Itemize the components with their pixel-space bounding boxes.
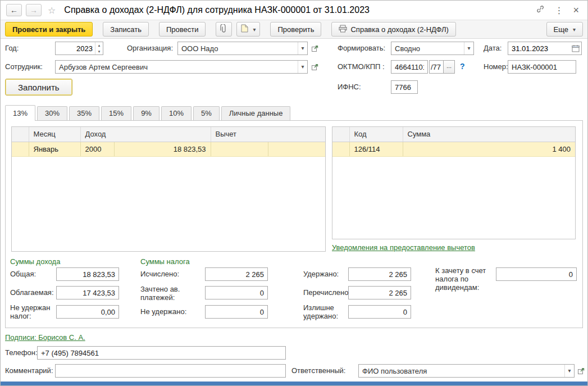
- check-button[interactable]: Проверить: [270, 22, 321, 37]
- tab-5-percent[interactable]: 5%: [193, 106, 220, 120]
- income-month-cell[interactable]: Январь: [29, 142, 80, 156]
- income-tax-not-withheld-label: Не удержан налог:: [10, 303, 54, 320]
- signatures-link[interactable]: Подписи: Борисов С. А.: [5, 333, 85, 342]
- spin-down-icon[interactable]: ▾: [95, 48, 103, 55]
- attachments-button[interactable]: [216, 22, 232, 37]
- deductions-table-row[interactable]: 126/114 1 400: [332, 142, 575, 156]
- taxable-income-input[interactable]: [56, 286, 119, 299]
- deduction-notifications-link[interactable]: Уведомления на предоставление вычетов: [332, 243, 475, 252]
- income-deduction-header: Вычет: [211, 127, 325, 142]
- responsible-combobox[interactable]: ФИО пользователя ▾: [358, 364, 575, 378]
- tax-withheld-input[interactable]: [348, 267, 411, 281]
- responsible-dropdown-icon[interactable]: ▾: [564, 365, 574, 377]
- employee-open-icon[interactable]: [309, 60, 320, 74]
- comment-row: Комментарий: Ответственный: ФИО пользова…: [1, 364, 587, 378]
- deductions-selector-header: [332, 127, 349, 142]
- income-deduction-amount-cell[interactable]: [268, 142, 325, 156]
- number-input[interactable]: [508, 60, 576, 74]
- oktmo-kpp-label: ОКТМО/КПП :: [338, 60, 385, 74]
- create-based-on-button[interactable]: ▾: [236, 22, 260, 37]
- advance-offset-input[interactable]: [205, 286, 268, 299]
- oktmo-input[interactable]: [391, 60, 428, 74]
- organization-open-icon[interactable]: [309, 42, 320, 55]
- oktmo-choose-button[interactable]: ...: [444, 60, 455, 74]
- income-deduction-code-cell[interactable]: [211, 142, 268, 156]
- post-and-close-button[interactable]: Провести и закрыть: [5, 22, 93, 37]
- tax-over-withheld-input[interactable]: [348, 305, 411, 319]
- tab-15-percent[interactable]: 15%: [101, 106, 131, 120]
- close-icon[interactable]: ×: [570, 4, 582, 16]
- back-button[interactable]: ←: [6, 4, 22, 16]
- tab-content-panel: Месяц Доход Вычет Январь 2000 18 823,53: [5, 120, 583, 328]
- favorite-star-icon[interactable]: ☆: [48, 5, 56, 16]
- tab-30-percent[interactable]: 30%: [37, 106, 67, 120]
- forward-button[interactable]: →: [26, 4, 42, 16]
- number-label: Номер:: [484, 60, 508, 74]
- page-title: Справка о доходах (2-НДФЛ) для сотрудник…: [64, 5, 370, 15]
- fill-button[interactable]: Заполнить: [5, 79, 72, 96]
- post-button[interactable]: Провести: [159, 22, 206, 37]
- date-label: Дата:: [484, 42, 502, 55]
- document-icon: [241, 24, 248, 34]
- responsible-open-icon[interactable]: [576, 364, 586, 378]
- oktmo-help-icon[interactable]: ?: [460, 62, 465, 71]
- deductions-code-cell[interactable]: 126/114: [349, 142, 403, 156]
- total-income-input[interactable]: [56, 267, 119, 281]
- income-code-cell[interactable]: 2000: [80, 142, 114, 156]
- income-tax-not-withheld-input[interactable]: [56, 305, 119, 319]
- organization-dropdown-icon[interactable]: ▾: [298, 42, 307, 55]
- comment-input[interactable]: [55, 364, 286, 378]
- income-amount-cell[interactable]: 18 823,53: [114, 142, 211, 156]
- more-label: Еще: [554, 25, 568, 34]
- tax-transferred-label: Перечислено:: [303, 288, 350, 297]
- employee-dropdown-icon[interactable]: ▾: [298, 61, 307, 73]
- tab-personal-data[interactable]: Личные данные: [221, 106, 291, 120]
- deductions-table-empty-area[interactable]: [332, 157, 575, 239]
- tab-10-percent[interactable]: 10%: [161, 106, 192, 120]
- generate-dropdown-icon[interactable]: ▾: [464, 42, 473, 55]
- year-field: ▴ ▾: [55, 42, 103, 55]
- organization-label: Организация:: [127, 42, 173, 55]
- save-button[interactable]: Записать: [103, 22, 149, 37]
- dropdown-arrow-icon: ▾: [253, 26, 256, 33]
- tax-not-withheld-input[interactable]: [205, 305, 268, 319]
- tab-9-percent[interactable]: 9%: [133, 106, 159, 120]
- responsible-value: ФИО пользователя: [359, 367, 564, 375]
- deductions-amount-header: Сумма: [403, 127, 575, 142]
- employee-combobox[interactable]: Арбузов Артем Сергеевич ▾: [55, 60, 308, 74]
- income-table-empty-area[interactable]: [12, 157, 325, 251]
- more-button[interactable]: Еще ▾: [546, 22, 583, 37]
- date-input[interactable]: [508, 44, 570, 53]
- ifns-label: ИФНС:: [338, 80, 361, 94]
- tax-transferred-input[interactable]: [348, 286, 411, 299]
- employee-value: Арбузов Артем Сергеевич: [56, 63, 298, 71]
- window-menu-icon[interactable]: ⋮: [551, 5, 566, 16]
- deductions-code-header: Код: [349, 127, 403, 142]
- dividend-offset-input[interactable]: [496, 267, 577, 281]
- document-window: ← → ☆ Справка о доходах (2-НДФЛ) для сот…: [0, 0, 588, 386]
- tax-calculated-input[interactable]: [205, 267, 268, 281]
- income-row-selector[interactable]: [12, 142, 29, 156]
- tab-13-percent[interactable]: 13%: [5, 105, 35, 121]
- calendar-icon[interactable]: [570, 44, 581, 52]
- tax-calculated-label: Исчислено:: [140, 270, 179, 278]
- kpp-input[interactable]: [429, 60, 444, 74]
- organization-combobox[interactable]: ООО Надо ▾: [177, 42, 308, 55]
- deductions-amount-cell[interactable]: 1 400: [403, 142, 575, 156]
- bottom-status-bar: [1, 382, 587, 385]
- deductions-row-selector[interactable]: [332, 142, 349, 156]
- spin-up-icon[interactable]: ▴: [95, 42, 103, 48]
- tax-sums-title: Суммы налога: [140, 257, 190, 266]
- print-report-button[interactable]: Справка о доходах (2-НДФЛ): [331, 22, 455, 37]
- year-input[interactable]: [56, 44, 95, 53]
- get-link-icon[interactable]: [533, 4, 548, 16]
- tab-35-percent[interactable]: 35%: [69, 106, 99, 120]
- generate-combobox[interactable]: Сводно ▾: [391, 42, 474, 55]
- income-table-row[interactable]: Январь 2000 18 823,53: [12, 142, 325, 156]
- tax-over-withheld-label: Излишне удержано:: [303, 303, 344, 320]
- ifns-input[interactable]: [391, 80, 418, 94]
- income-table-header: Месяц Доход Вычет: [12, 127, 325, 142]
- phone-input[interactable]: [37, 346, 286, 360]
- income-sums-title: Суммы дохода: [10, 257, 60, 266]
- date-field: [508, 42, 582, 55]
